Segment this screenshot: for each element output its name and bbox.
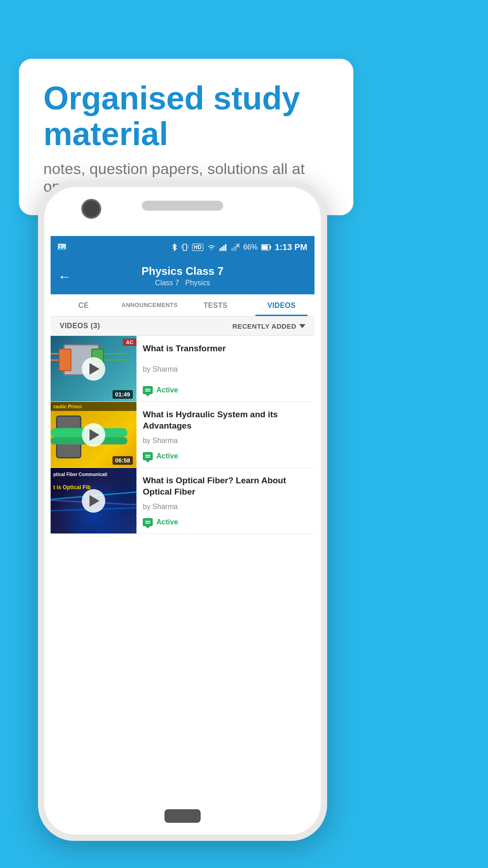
play-button-3[interactable] — [82, 489, 105, 513]
fiber-label-1: ptical Fiber Communicati — [53, 472, 107, 477]
video-duration-2: 06:58 — [113, 456, 133, 465]
video-title-2: What is Hydraulic System and its Advanta… — [143, 409, 308, 431]
svg-rect-9 — [221, 247, 223, 251]
svg-rect-14 — [235, 245, 236, 251]
play-triangle-icon — [89, 363, 99, 375]
svg-point-1 — [60, 245, 61, 247]
video-thumb-2: raulic Princi 06:58 — [51, 402, 136, 467]
chat-line — [145, 391, 150, 392]
video-duration-1: 01:49 — [113, 390, 133, 399]
svg-rect-19 — [262, 245, 268, 250]
video-item-3[interactable]: ptical Fiber Communicati t is Optical Fi… — [51, 468, 314, 534]
phone-frame: HD — [38, 181, 327, 841]
video-item-1[interactable]: AC 01:49 What is Transformer by Sharma — [51, 336, 314, 402]
status-time: 1:13 PM — [275, 242, 307, 252]
chat-lines-2 — [145, 455, 150, 458]
phone-home-button[interactable] — [164, 809, 201, 823]
header-title: Physics Class 7 — [60, 265, 305, 278]
status-right: HD — [171, 242, 307, 252]
play-button-1[interactable] — [82, 357, 105, 381]
chat-lines-3 — [145, 521, 150, 524]
sort-dropdown[interactable]: RECENTLY ADDED — [232, 322, 305, 330]
hd-badge: HD — [192, 244, 203, 251]
video-status-3: Active — [143, 518, 308, 526]
breadcrumb-sep — [181, 279, 185, 287]
video-author-3: by Sharma — [143, 503, 308, 511]
svg-rect-3 — [183, 244, 187, 250]
play-triangle-icon — [89, 429, 99, 441]
phone-inner: HD — [44, 187, 321, 835]
wifi-icon — [207, 244, 216, 251]
battery-icon — [261, 244, 271, 250]
header-breadcrumb: Class 7 Physics — [60, 279, 305, 287]
status-active-1: Active — [156, 386, 178, 394]
svg-rect-13 — [233, 247, 235, 251]
status-left — [58, 244, 66, 251]
breadcrumb-class: Class 7 — [155, 279, 179, 287]
chat-line — [145, 523, 150, 524]
status-bar: HD — [51, 236, 314, 259]
phone-camera — [81, 199, 101, 219]
chat-line — [145, 455, 150, 456]
wire-l1 — [51, 353, 59, 354]
no-signal-icon — [231, 244, 239, 251]
svg-rect-18 — [270, 246, 271, 249]
back-button[interactable]: ← — [58, 269, 71, 284]
app-header: ← Physics Class 7 Class 7 Physics — [51, 259, 314, 294]
video-info-1: What is Transformer by Sharma Active — [136, 336, 314, 401]
chat-lines-1 — [145, 389, 150, 392]
play-triangle-icon — [89, 495, 99, 507]
hydraulic-label: raulic Princi — [51, 402, 136, 411]
video-item-2[interactable]: raulic Princi 06:58 — [51, 402, 314, 468]
svg-rect-12 — [231, 248, 233, 251]
chat-line — [145, 457, 150, 458]
videos-header: VIDEOS (3) RECENTLY ADDED — [51, 316, 314, 336]
phone-screen: HD — [51, 236, 314, 798]
bubble-title: Organised study material — [43, 80, 329, 152]
svg-rect-8 — [220, 248, 221, 251]
tab-ce[interactable]: CE — [51, 294, 117, 316]
video-info-3: What is Optical Fiber? Learn About Optic… — [136, 468, 314, 533]
tab-videos[interactable]: VIDEOS — [249, 294, 314, 316]
chat-line — [145, 521, 150, 522]
wire-r2 — [104, 359, 127, 361]
videos-count: VIDEOS (3) — [60, 322, 100, 330]
video-title-3: What is Optical Fiber? Learn About Optic… — [143, 475, 308, 497]
vibrate-icon — [181, 243, 188, 251]
chat-icon-2 — [143, 452, 153, 460]
photo-icon — [58, 244, 66, 251]
tabs-bar: CE ANNOUNCEMENTS TESTS VIDEOS — [51, 294, 314, 316]
svg-rect-10 — [223, 245, 225, 251]
breadcrumb-subject: Physics — [185, 279, 210, 287]
video-author-2: by Sharma — [143, 437, 308, 445]
phone-speaker — [142, 201, 223, 211]
thumb-badge-1: AC — [123, 339, 136, 346]
tab-announcements[interactable]: ANNOUNCEMENTS — [117, 294, 183, 316]
bluetooth-icon — [171, 243, 178, 251]
video-status-2: Active — [143, 452, 308, 460]
battery-percent: 66% — [243, 243, 258, 251]
chat-icon-1 — [143, 386, 153, 394]
chat-line — [145, 389, 150, 390]
transformer-coil-left — [59, 349, 71, 371]
page-background: Organised study material notes, question… — [0, 0, 488, 868]
chat-icon-3 — [143, 518, 153, 526]
wire-l2 — [51, 359, 59, 361]
video-thumb-3: ptical Fiber Communicati t is Optical Fi… — [51, 468, 136, 533]
signal-icon — [220, 244, 228, 251]
sort-label: RECENTLY ADDED — [232, 322, 296, 330]
tab-tests[interactable]: TESTS — [183, 294, 249, 316]
video-thumb-1: AC 01:49 — [51, 336, 136, 401]
chevron-down-icon — [299, 324, 305, 328]
video-title-1: What is Transformer — [143, 343, 308, 354]
video-status-1: Active — [143, 386, 308, 394]
svg-rect-11 — [225, 244, 226, 251]
video-list: AC 01:49 What is Transformer by Sharma — [51, 336, 314, 534]
video-author-1: by Sharma — [143, 365, 308, 373]
play-button-2[interactable] — [82, 423, 105, 447]
fiber-label-2: t is Optical Fib — [53, 484, 91, 491]
video-info-2: What is Hydraulic System and its Advanta… — [136, 402, 314, 467]
status-active-3: Active — [156, 518, 178, 526]
wire-r1 — [104, 353, 127, 354]
status-active-2: Active — [156, 452, 178, 460]
